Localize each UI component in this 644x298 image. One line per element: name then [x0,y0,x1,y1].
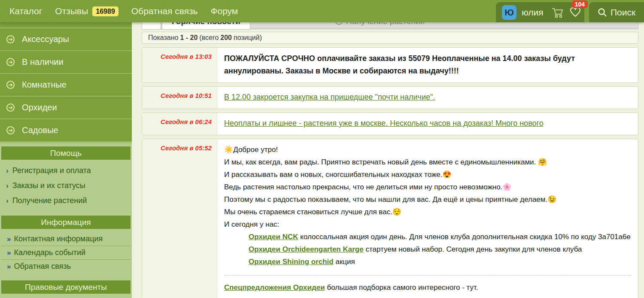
sidebar-link-label: Получение растений [12,196,87,205]
chevron-right-icon: » [7,262,10,271]
sidebar-link[interactable]: »Календарь событий [1,246,131,260]
news-item-2: Сегодня в 06:24Неоплаты и лишнее - расте… [142,113,638,135]
search-icon [598,8,607,17]
sidebar-link-label: Календарь событий [14,248,85,257]
news-text: И сегодня у нас: [224,220,279,228]
nav-item-1[interactable]: Отзывы16989 [55,6,118,16]
sidebar-section-0: Помощь›Регистрация и оплата›Заказы и их … [0,146,132,213]
sidebar-item-0[interactable]: ➔Аксессуары [0,27,132,50]
news-inline-link[interactable]: Орхидеи Shining orchid [249,258,334,266]
arrow-circle-icon: ➔ [6,126,15,134]
news-timestamp: Сегодня в 13:03 [142,48,217,82]
arrow-circle-icon: ➔ [6,81,15,89]
sidebar-link[interactable]: ›Регистрация и оплата [0,163,132,178]
sidebar-menu-bottom [0,141,132,143]
sidebar-item-label: В наличии [22,57,64,67]
arrow-circle-icon: ➔ [6,35,15,43]
summary-prefix: Показано [148,34,178,42]
news-line: И сегодня у нас: [224,218,631,231]
news-link[interactable]: Неоплаты и лишнее - растения уже в москв… [224,119,544,128]
cart-icon [551,7,564,18]
sidebar-link[interactable]: ›Заказы и их статусы [0,178,132,193]
chevron-right-icon: » [7,235,10,243]
news-body: Неоплаты и лишнее - растения уже в москв… [217,113,638,135]
news-timestamp: Сегодня в 05:52 [142,139,217,298]
dotted-divider [224,275,631,276]
search-label: Поиск [611,7,635,18]
news-line: Орхидеи Orchideengarten Karge стартуем н… [224,243,631,255]
user-name: юлия [522,7,544,18]
sidebar-item-1[interactable]: ➔В наличии [0,50,132,73]
summary-suffix: позиций) [234,34,262,42]
summary-middle: (всего [199,34,219,42]
section-header: Помощь [1,146,131,160]
news-text: Мы очень стараемся становиться лучше для… [224,208,401,216]
cart-button[interactable] [551,7,564,18]
nav-item-label: Форум [211,6,238,16]
sidebar-item-2[interactable]: ➔Комнатные [0,73,132,96]
section-header: Правовые документы [1,280,131,294]
arrow-circle-icon: ➔ [6,58,15,66]
news-text: И рассказывать вам о новых, сногсшибател… [224,170,452,179]
nav-item-3[interactable]: Форум [211,6,238,16]
news-text: Ведь растения настолько прекрасны, что н… [224,183,512,191]
sidebar: ➔Аксессуары➔В наличии➔Комнатные➔Орхидеи➔… [0,22,132,298]
news-line: Спецпредложения Орхидеи большая подборка… [224,281,631,294]
news-inline-link[interactable]: Орхидеи Orchideengarten Karge [249,245,364,253]
news-timestamp: Сегодня в 06:24 [142,113,217,135]
news-text: ПОЖАЛУЙСТА СРОЧНО оплачивайте заказы из … [224,54,575,75]
nav-item-2[interactable]: Обратная связь [131,6,198,16]
reviews-count-badge: 16989 [92,6,118,16]
sidebar-item-4[interactable]: ➔Садовые [0,119,132,141]
heart-icon [569,7,581,18]
news-line: Орхидеи Shining orchid акция [224,255,631,268]
section-links: »Контактная информация»Календарь событий… [0,229,132,277]
news-inline-link[interactable]: Орхидеи NCK [249,233,298,241]
sidebar-section-1: Информация»Контактная информация»Календа… [0,216,132,277]
news-line: И мы, как всегда, вам рады. Приятно встр… [224,156,631,168]
news-text: И мы, как всегда, вам рады. Приятно встр… [224,158,547,166]
top-navbar: КаталогОтзывы16989Обратная связьФорум Ю … [0,0,644,22]
news-timestamp: Сегодня в 10:51 [142,87,217,109]
news-line: Ведь растения настолько прекрасны, что н… [224,181,631,193]
arrow-circle-icon: ➔ [6,103,15,112]
news-inline-link[interactable]: Спецпредложения Орхидеи [224,283,325,292]
sidebar-partial-item [0,22,132,27]
results-summary: Показано 1 - 20 (всего 200 позиций) [142,32,638,44]
news-line: И рассказывать вам о новых, сногсшибател… [224,168,631,181]
news-body: В 12.00 закроется закупка на пришедшее "… [217,87,638,109]
nav-item-0[interactable]: Каталог [9,6,42,16]
sidebar-link-label: Регистрация и оплата [12,166,91,175]
sidebar-link-label: Обратная связь [14,262,71,271]
section-links: ›Регистрация и оплата›Заказы и их статус… [0,160,132,213]
sidebar-item-3[interactable]: ➔Орхидеи [0,96,132,119]
news-item-1: Сегодня в 10:51В 12.00 закроется закупка… [142,86,638,109]
news-link[interactable]: В 12.00 закроется закупка на пришедшее "… [224,93,435,101]
summary-range: 1 - 20 [180,34,197,42]
sidebar-item-label: Аксессуары [22,34,69,44]
news-item-0: Сегодня в 13:03ПОЖАЛУЙСТА СРОЧНО оплачив… [142,47,638,83]
news-body: ☀️Доброе утро!И мы, как всегда, вам рады… [217,139,638,298]
news-line: Поэтому мы с радостью показываем, что мы… [224,193,631,206]
sidebar-link-label: Контактная информация [14,234,103,243]
sidebar-sections: Помощь›Регистрация и оплата›Заказы и их … [0,146,132,294]
sidebar-menu: ➔Аксессуары➔В наличии➔Комнатные➔Орхидеи➔… [0,27,132,141]
sidebar-item-label: Садовые [22,125,58,135]
news-text: большая подборка самого интересного - ту… [325,283,478,292]
news-text: акция [334,258,355,266]
sidebar-link-label: Заказы и их статусы [12,181,85,190]
main-content: Горячие новостиПолучение растений Показа… [132,0,644,298]
news-line: ☀️Доброе утро! [224,143,631,156]
sidebar-section-2: Правовые документы [0,280,132,294]
section-header: Информация [1,216,131,229]
sidebar-link[interactable]: ›Получение растений [0,193,132,208]
search-button[interactable]: Поиск [589,2,644,22]
news-line: Мы очень стараемся становиться лучше для… [224,206,631,218]
news-item-3: Сегодня в 05:52☀️Доброе утро!И мы, как в… [142,139,638,298]
news-line: Орхидеи NCK колоссальная акция один день… [224,231,631,243]
sidebar-link[interactable]: »Контактная информация [1,232,131,246]
sidebar-link[interactable]: »Обратная связь [1,260,131,273]
user-panel[interactable]: Ю юлия 104 [496,2,584,22]
favorites-button[interactable]: 104 [569,7,581,18]
news-text: Поэтому мы с радостью показываем, что мы… [224,195,556,204]
